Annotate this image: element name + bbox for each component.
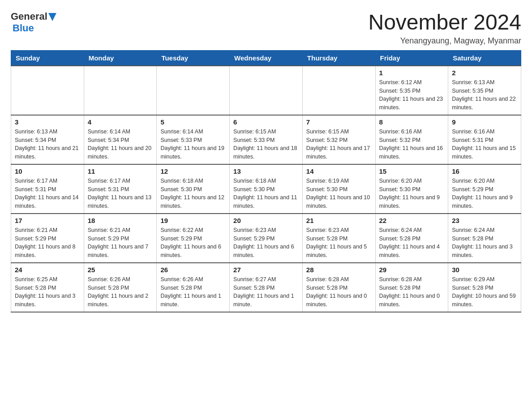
- day-info: Sunrise: 6:19 AM Sunset: 5:30 PM Dayligh…: [306, 177, 372, 210]
- day-info: Sunrise: 6:20 AM Sunset: 5:29 PM Dayligh…: [452, 177, 517, 210]
- day-number: 1: [379, 69, 445, 77]
- calendar-cell: 24Sunrise: 6:25 AM Sunset: 5:28 PM Dayli…: [11, 263, 84, 312]
- calendar-cell: 26Sunrise: 6:26 AM Sunset: 5:28 PM Dayli…: [157, 263, 230, 312]
- calendar-cell: 21Sunrise: 6:23 AM Sunset: 5:28 PM Dayli…: [302, 214, 375, 263]
- calendar-body: 1Sunrise: 6:12 AM Sunset: 5:35 PM Daylig…: [11, 66, 521, 312]
- day-number: 2: [452, 69, 517, 77]
- day-info: Sunrise: 6:18 AM Sunset: 5:30 PM Dayligh…: [233, 177, 299, 210]
- month-title: November 2024: [368, 11, 521, 34]
- day-number: 27: [233, 266, 299, 274]
- calendar-cell: 10Sunrise: 6:17 AM Sunset: 5:31 PM Dayli…: [11, 164, 84, 214]
- day-info: Sunrise: 6:25 AM Sunset: 5:28 PM Dayligh…: [15, 275, 80, 309]
- calendar-cell: [230, 66, 303, 115]
- calendar-cell: 16Sunrise: 6:20 AM Sunset: 5:29 PM Dayli…: [448, 164, 521, 214]
- day-info: Sunrise: 6:13 AM Sunset: 5:35 PM Dayligh…: [452, 78, 517, 112]
- day-info: Sunrise: 6:23 AM Sunset: 5:28 PM Dayligh…: [306, 226, 372, 260]
- day-number: 8: [379, 118, 445, 126]
- day-info: Sunrise: 6:24 AM Sunset: 5:28 PM Dayligh…: [379, 226, 445, 260]
- calendar-header-monday: Monday: [84, 50, 157, 66]
- day-number: 5: [160, 118, 226, 126]
- day-info: Sunrise: 6:24 AM Sunset: 5:28 PM Dayligh…: [452, 226, 517, 260]
- day-number: 28: [306, 266, 372, 274]
- calendar-cell: 28Sunrise: 6:28 AM Sunset: 5:28 PM Dayli…: [302, 263, 375, 312]
- calendar-cell: [302, 66, 375, 115]
- calendar-header-saturday: Saturday: [448, 50, 521, 66]
- calendar-cell: 12Sunrise: 6:18 AM Sunset: 5:30 PM Dayli…: [157, 164, 230, 214]
- day-info: Sunrise: 6:16 AM Sunset: 5:31 PM Dayligh…: [452, 128, 517, 161]
- day-number: 25: [88, 266, 153, 274]
- calendar-header-sunday: Sunday: [11, 50, 84, 66]
- calendar-cell: 9Sunrise: 6:16 AM Sunset: 5:31 PM Daylig…: [448, 115, 521, 164]
- day-number: 23: [452, 217, 517, 224]
- day-number: 20: [233, 217, 299, 224]
- day-info: Sunrise: 6:29 AM Sunset: 5:28 PM Dayligh…: [452, 275, 517, 309]
- calendar-cell: 22Sunrise: 6:24 AM Sunset: 5:28 PM Dayli…: [375, 214, 448, 263]
- calendar-week-5: 24Sunrise: 6:25 AM Sunset: 5:28 PM Dayli…: [11, 263, 521, 312]
- day-number: 30: [452, 266, 517, 274]
- day-number: 26: [160, 266, 226, 274]
- day-number: 22: [379, 217, 445, 224]
- day-info: Sunrise: 6:21 AM Sunset: 5:29 PM Dayligh…: [15, 226, 80, 260]
- calendar-cell: 25Sunrise: 6:26 AM Sunset: 5:28 PM Dayli…: [84, 263, 157, 312]
- calendar-header-friday: Friday: [375, 50, 448, 66]
- calendar-cell: 23Sunrise: 6:24 AM Sunset: 5:28 PM Dayli…: [448, 214, 521, 263]
- logo-triangle-icon: [48, 13, 56, 21]
- calendar-cell: 7Sunrise: 6:15 AM Sunset: 5:32 PM Daylig…: [302, 115, 375, 164]
- day-info: Sunrise: 6:28 AM Sunset: 5:28 PM Dayligh…: [379, 275, 445, 309]
- day-info: Sunrise: 6:27 AM Sunset: 5:28 PM Dayligh…: [233, 275, 299, 309]
- calendar-cell: 15Sunrise: 6:20 AM Sunset: 5:30 PM Dayli…: [375, 164, 448, 214]
- calendar-cell: 14Sunrise: 6:19 AM Sunset: 5:30 PM Dayli…: [302, 164, 375, 214]
- calendar-cell: 5Sunrise: 6:14 AM Sunset: 5:33 PM Daylig…: [157, 115, 230, 164]
- day-number: 7: [306, 118, 372, 126]
- day-info: Sunrise: 6:22 AM Sunset: 5:29 PM Dayligh…: [160, 226, 226, 260]
- day-info: Sunrise: 6:17 AM Sunset: 5:31 PM Dayligh…: [15, 177, 80, 210]
- calendar-cell: 17Sunrise: 6:21 AM Sunset: 5:29 PM Dayli…: [11, 214, 84, 263]
- day-info: Sunrise: 6:17 AM Sunset: 5:31 PM Dayligh…: [88, 177, 153, 210]
- calendar-cell: 2Sunrise: 6:13 AM Sunset: 5:35 PM Daylig…: [448, 66, 521, 115]
- calendar-header-tuesday: Tuesday: [157, 50, 230, 66]
- logo-blue-text: Blue: [13, 22, 34, 34]
- day-info: Sunrise: 6:23 AM Sunset: 5:29 PM Dayligh…: [233, 226, 299, 260]
- day-info: Sunrise: 6:26 AM Sunset: 5:28 PM Dayligh…: [160, 275, 226, 309]
- day-number: 9: [452, 118, 517, 126]
- calendar-week-4: 17Sunrise: 6:21 AM Sunset: 5:29 PM Dayli…: [11, 214, 521, 263]
- day-number: 6: [233, 118, 299, 126]
- calendar-header-row: SundayMondayTuesdayWednesdayThursdayFrid…: [11, 50, 521, 66]
- day-info: Sunrise: 6:12 AM Sunset: 5:35 PM Dayligh…: [379, 78, 445, 112]
- calendar-cell: 8Sunrise: 6:16 AM Sunset: 5:32 PM Daylig…: [375, 115, 448, 164]
- day-number: 10: [15, 167, 80, 175]
- day-number: 4: [88, 118, 153, 126]
- day-number: 18: [88, 217, 153, 224]
- calendar-cell: [11, 66, 84, 115]
- day-info: Sunrise: 6:18 AM Sunset: 5:30 PM Dayligh…: [160, 177, 226, 210]
- day-number: 17: [15, 217, 80, 224]
- day-number: 11: [88, 167, 153, 175]
- day-number: 13: [233, 167, 299, 175]
- calendar-cell: 4Sunrise: 6:14 AM Sunset: 5:34 PM Daylig…: [84, 115, 157, 164]
- day-info: Sunrise: 6:26 AM Sunset: 5:28 PM Dayligh…: [88, 275, 153, 309]
- calendar-week-3: 10Sunrise: 6:17 AM Sunset: 5:31 PM Dayli…: [11, 164, 521, 214]
- day-number: 15: [379, 167, 445, 175]
- day-number: 14: [306, 167, 372, 175]
- location-subtitle: Yenangyaung, Magway, Myanmar: [368, 36, 521, 46]
- logo: General Blue: [11, 11, 56, 34]
- page-header: General Blue November 2024 Yenangyaung, …: [11, 11, 521, 46]
- day-info: Sunrise: 6:13 AM Sunset: 5:34 PM Dayligh…: [15, 128, 80, 161]
- day-info: Sunrise: 6:28 AM Sunset: 5:28 PM Dayligh…: [306, 275, 372, 309]
- title-area: November 2024 Yenangyaung, Magway, Myanm…: [368, 11, 521, 46]
- calendar-cell: 20Sunrise: 6:23 AM Sunset: 5:29 PM Dayli…: [230, 214, 303, 263]
- day-info: Sunrise: 6:21 AM Sunset: 5:29 PM Dayligh…: [88, 226, 153, 260]
- day-info: Sunrise: 6:15 AM Sunset: 5:33 PM Dayligh…: [233, 128, 299, 161]
- calendar-cell: 11Sunrise: 6:17 AM Sunset: 5:31 PM Dayli…: [84, 164, 157, 214]
- calendar-cell: 27Sunrise: 6:27 AM Sunset: 5:28 PM Dayli…: [230, 263, 303, 312]
- day-number: 16: [452, 167, 517, 175]
- day-info: Sunrise: 6:16 AM Sunset: 5:32 PM Dayligh…: [379, 128, 445, 161]
- logo-general-text: General: [11, 11, 47, 22]
- day-info: Sunrise: 6:15 AM Sunset: 5:32 PM Dayligh…: [306, 128, 372, 161]
- day-number: 21: [306, 217, 372, 224]
- calendar-cell: 29Sunrise: 6:28 AM Sunset: 5:28 PM Dayli…: [375, 263, 448, 312]
- calendar-cell: 6Sunrise: 6:15 AM Sunset: 5:33 PM Daylig…: [230, 115, 303, 164]
- calendar-cell: 19Sunrise: 6:22 AM Sunset: 5:29 PM Dayli…: [157, 214, 230, 263]
- day-number: 24: [15, 266, 80, 274]
- day-info: Sunrise: 6:14 AM Sunset: 5:33 PM Dayligh…: [160, 128, 226, 161]
